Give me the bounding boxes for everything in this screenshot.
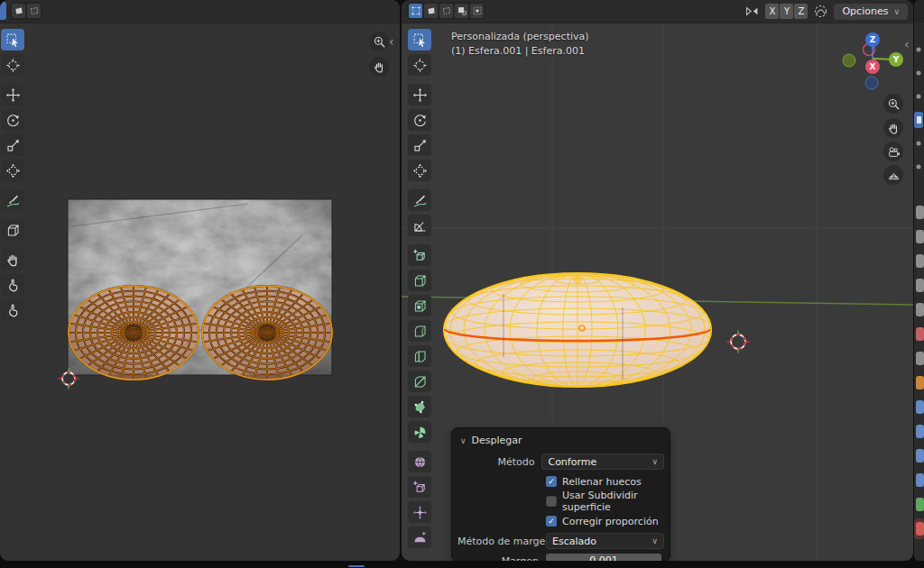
vp-toggle-ortho-button[interactable] bbox=[883, 165, 903, 185]
inset-faces-tool-button[interactable] bbox=[408, 295, 431, 316]
smooth-tool-button[interactable] bbox=[408, 451, 431, 472]
tab-physics[interactable] bbox=[916, 425, 924, 438]
cursor-3d[interactable] bbox=[727, 331, 750, 353]
select-mode-edge-button[interactable] bbox=[424, 4, 438, 18]
move-tool-button[interactable] bbox=[1, 84, 24, 105]
shear-tool-button[interactable] bbox=[408, 527, 431, 548]
tab-collection[interactable] bbox=[916, 327, 924, 341]
tab-particles[interactable] bbox=[916, 400, 924, 414]
mirror-icon[interactable] bbox=[744, 4, 760, 19]
uv-island[interactable] bbox=[202, 286, 332, 380]
shrink-fatten-tool-button[interactable] bbox=[408, 501, 431, 523]
gizmo-neg-y[interactable] bbox=[843, 54, 855, 67]
m-corner-icon bbox=[457, 5, 467, 16]
uv-pan-button[interactable] bbox=[369, 57, 389, 77]
grab-tool-button[interactable] bbox=[1, 249, 24, 270]
margin-method-dropdown[interactable]: Escalado ∨ bbox=[546, 533, 664, 549]
vp-camera-view-button[interactable] bbox=[883, 142, 903, 161]
uv-select-mode-island-button[interactable] bbox=[27, 4, 41, 18]
knife-tool-button[interactable] bbox=[408, 371, 431, 392]
uv-select-mode-vertex-button[interactable] bbox=[0, 2, 6, 20]
tab-view-layer[interactable] bbox=[916, 254, 924, 268]
cursor-tool-button[interactable] bbox=[408, 54, 431, 76]
uv-zoom-in-button[interactable] bbox=[369, 32, 389, 51]
properties-tab-peek[interactable] bbox=[917, 165, 921, 169]
zoom-icon bbox=[373, 35, 386, 49]
vp-pan-button[interactable] bbox=[883, 118, 903, 138]
cube-icon bbox=[5, 223, 21, 238]
spin-tool-button[interactable] bbox=[408, 421, 431, 443]
tab-constraints[interactable] bbox=[916, 449, 924, 463]
pinch-tool-button[interactable] bbox=[1, 299, 24, 321]
fill-holes-checkbox[interactable]: ✓ Rellenar huecos bbox=[546, 476, 642, 488]
tab-render[interactable] bbox=[916, 206, 924, 219]
measure-tool-button[interactable] bbox=[408, 215, 431, 236]
tab-object-data[interactable] bbox=[916, 473, 924, 487]
tweak-tool-button[interactable] bbox=[408, 29, 431, 50]
add-cube-tool-button[interactable] bbox=[408, 244, 431, 266]
select-mode-face-button[interactable] bbox=[439, 4, 453, 18]
randomize-tool-button[interactable] bbox=[408, 476, 431, 498]
viewport-toolbar bbox=[402, 23, 432, 561]
options-dropdown[interactable]: Opciones ∨ bbox=[834, 4, 908, 20]
properties-tab-peek[interactable] bbox=[917, 71, 921, 76]
mirror-z-button[interactable]: Z bbox=[794, 4, 808, 19]
tab-texture[interactable] bbox=[916, 522, 924, 536]
tab-material[interactable] bbox=[916, 498, 924, 511]
select-mode-expand-button[interactable] bbox=[455, 4, 468, 18]
scale-tool-button[interactable] bbox=[1, 134, 24, 156]
use-subsurf-checkbox[interactable]: Usar Subdividir superficie bbox=[546, 490, 664, 513]
rotate-icon bbox=[5, 113, 21, 128]
annotate-tool-button[interactable] bbox=[408, 189, 431, 211]
vp-zoom-in-button[interactable] bbox=[883, 94, 903, 114]
method-dropdown[interactable]: Conforme ∨ bbox=[541, 453, 664, 470]
relax-tool-button[interactable] bbox=[1, 274, 24, 296]
tab-output[interactable] bbox=[916, 230, 924, 243]
use-subsurf-label: Usar Subdividir superficie bbox=[562, 490, 664, 513]
margin-label: Margen bbox=[457, 555, 539, 562]
properties-tab-peek[interactable] bbox=[917, 95, 921, 99]
uv-select-mode-face-button[interactable] bbox=[12, 4, 25, 18]
properties-tabs[interactable] bbox=[914, 0, 924, 561]
camera-icon bbox=[887, 145, 901, 159]
proportional-falloff-icon[interactable] bbox=[813, 4, 828, 19]
chevron-down-icon: ∨ bbox=[651, 457, 658, 466]
tab-object[interactable] bbox=[916, 352, 924, 365]
transform-tool-button[interactable] bbox=[408, 160, 431, 181]
mirror-y-button[interactable]: Y bbox=[780, 4, 793, 19]
navigation-gizmo[interactable]: ZYX bbox=[842, 31, 905, 96]
margin-value-field[interactable]: 0.001 bbox=[546, 554, 661, 561]
bevel-tool-button[interactable] bbox=[408, 320, 431, 342]
tweak-tool-button[interactable] bbox=[1, 29, 24, 50]
tab-modifiers[interactable] bbox=[916, 376, 924, 389]
scale-tool-button[interactable] bbox=[408, 134, 431, 156]
tab-scene[interactable] bbox=[916, 279, 924, 292]
select-mode-vertex-button[interactable] bbox=[409, 4, 422, 18]
panel-collapse-icon[interactable]: ∨ bbox=[460, 436, 467, 445]
sphere-mesh[interactable] bbox=[444, 273, 711, 387]
select-mode-center-button[interactable] bbox=[470, 4, 484, 18]
uv-editor-canvas[interactable]: ‹ bbox=[0, 23, 400, 561]
mirror-x-button[interactable]: X bbox=[765, 4, 779, 19]
properties-tab-peek[interactable] bbox=[917, 48, 921, 52]
gizmo-neg-z[interactable] bbox=[865, 77, 878, 89]
viewport-canvas[interactable]: Personalizada (perspectiva) (1) Esfera.0… bbox=[402, 23, 913, 561]
select-mode-group bbox=[407, 2, 485, 20]
correct-aspect-checkbox[interactable]: ✓ Corregir proporción bbox=[546, 516, 659, 527]
move-tool-button[interactable] bbox=[408, 84, 431, 105]
uv-collapse-sidebar-icon[interactable]: ‹ bbox=[389, 35, 394, 48]
extrude-region-tool-button[interactable] bbox=[408, 270, 431, 291]
poly-build-tool-button[interactable] bbox=[408, 396, 431, 417]
scale-icon bbox=[5, 138, 21, 153]
transform-tool-button[interactable] bbox=[1, 160, 24, 181]
rip-region-tool-button[interactable] bbox=[1, 219, 24, 241]
rotate-tool-button[interactable] bbox=[1, 109, 24, 131]
vp-collapse-sidebar-icon[interactable]: ‹ bbox=[904, 38, 910, 50]
rotate-tool-button[interactable] bbox=[408, 109, 431, 131]
cursor-tool-button[interactable] bbox=[1, 54, 24, 76]
tab-world[interactable] bbox=[916, 303, 924, 316]
loop-cut-tool-button[interactable] bbox=[408, 345, 431, 367]
properties-tab-peek[interactable] bbox=[917, 142, 921, 146]
annotate-tool-button[interactable] bbox=[1, 189, 24, 211]
uv-island[interactable] bbox=[69, 286, 199, 380]
